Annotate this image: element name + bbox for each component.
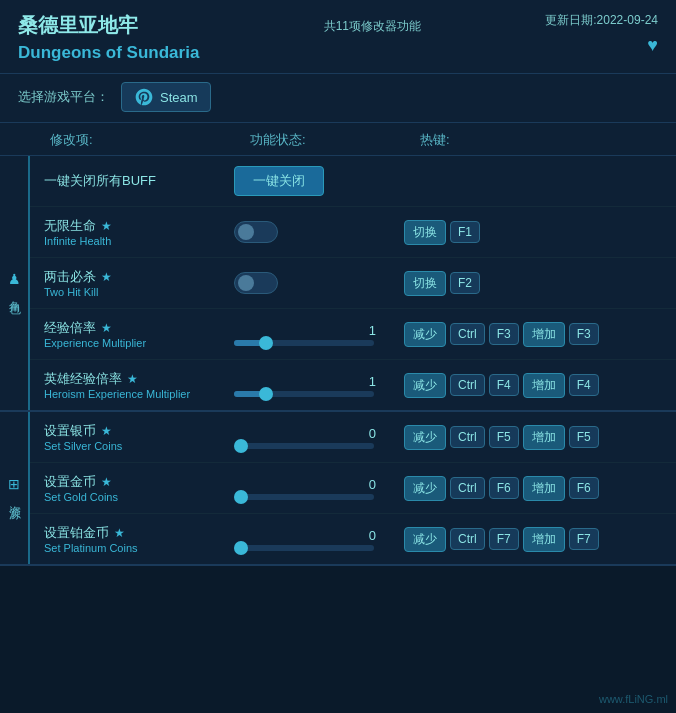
steam-logo-icon (134, 87, 154, 107)
hero-exp-fill (234, 391, 262, 397)
gold-coins-name-cn: 设置金币 ★ (44, 473, 234, 491)
silver-coins-row: 设置银币 ★ Set Silver Coins 0 减少 (30, 412, 676, 463)
silver-f5-key-2: F5 (569, 426, 599, 448)
platinum-coins-track[interactable] (234, 545, 374, 551)
platinum-coins-hotkeys: 减少 Ctrl F7 增加 F7 (404, 527, 662, 552)
silver-coins-slider: 0 (234, 426, 384, 449)
hero-exp-track[interactable] (234, 391, 374, 397)
silver-coins-hotkeys: 减少 Ctrl F5 增加 F5 (404, 425, 662, 450)
platinum-decrease-btn[interactable]: 减少 (404, 527, 446, 552)
hero-exp-control: 1 (234, 374, 404, 397)
exp-multiplier-thumb[interactable] (259, 336, 273, 350)
infinite-health-toggle[interactable] (234, 221, 278, 243)
exp-increase-btn[interactable]: 增加 (523, 322, 565, 347)
gold-increase-btn[interactable]: 增加 (523, 476, 565, 501)
buff-close-button[interactable]: 一键关闭 (234, 166, 324, 196)
gold-coins-thumb[interactable] (234, 490, 248, 504)
resource-content: 设置银币 ★ Set Silver Coins 0 减少 (30, 412, 676, 564)
platinum-coins-name-en: Set Platinum Coins (44, 542, 234, 554)
silver-f5-key-1: F5 (489, 426, 519, 448)
platinum-coins-star: ★ (114, 526, 125, 540)
infinite-health-toggle-btn[interactable]: 切换 (404, 220, 446, 245)
exp-multiplier-value: 1 (234, 323, 376, 338)
exp-multiplier-slider-row (234, 340, 384, 346)
silver-coins-value: 0 (234, 426, 376, 441)
gold-coins-hotkeys: 减少 Ctrl F6 增加 F6 (404, 476, 662, 501)
silver-coins-slider-row (234, 443, 384, 449)
hero-exp-name-en: Heroism Experience Multiplier (44, 388, 234, 400)
header-titles: 桑德里亚地牢 Dungeons of Sundaria (18, 12, 199, 63)
infinite-health-name: 无限生命 ★ Infinite Health (44, 217, 234, 247)
feature-count: 共11项修改器功能 (324, 18, 421, 35)
exp-multiplier-track[interactable] (234, 340, 374, 346)
col-header-hotkey: 热键: (420, 131, 658, 149)
gold-coins-slider-row (234, 494, 384, 500)
two-hit-kill-toggle-btn[interactable]: 切换 (404, 271, 446, 296)
platform-label: 选择游戏平台： (18, 88, 109, 106)
exp-decrease-btn[interactable]: 减少 (404, 322, 446, 347)
silver-decrease-btn[interactable]: 减少 (404, 425, 446, 450)
platinum-coins-row: 设置铂金币 ★ Set Platinum Coins 0 减少 (30, 514, 676, 564)
silver-increase-btn[interactable]: 增加 (523, 425, 565, 450)
hero-exp-increase-btn[interactable]: 增加 (523, 373, 565, 398)
platinum-increase-btn[interactable]: 增加 (523, 527, 565, 552)
two-hit-kill-toggle[interactable] (234, 272, 278, 294)
exp-multiplier-hotkeys: 减少 Ctrl F3 增加 F3 (404, 322, 662, 347)
two-hit-kill-control[interactable] (234, 272, 404, 294)
buff-mod-control: 一键关闭 (234, 166, 404, 196)
gold-f6-key-2: F6 (569, 477, 599, 499)
exp-multiplier-fill (234, 340, 262, 346)
exp-f3-key-1: F3 (489, 323, 519, 345)
buff-mod-name: 一键关闭所有BUFF (44, 172, 234, 190)
heart-icon[interactable]: ♥ (647, 35, 658, 56)
two-hit-kill-star: ★ (101, 270, 112, 284)
gold-coins-row: 设置金币 ★ Set Gold Coins 0 减少 (30, 463, 676, 514)
platinum-f7-key-1: F7 (489, 528, 519, 550)
resource-section: ⊞ 资源 设置银币 ★ Set Silver Coins 0 (0, 412, 676, 566)
hero-exp-slider-row (234, 391, 384, 397)
buff-mod-row: 一键关闭所有BUFF 一键关闭 (30, 156, 676, 207)
two-hit-kill-f2-key: F2 (450, 272, 480, 294)
hero-exp-name: 英雄经验倍率 ★ Heroism Experience Multiplier (44, 370, 234, 400)
two-hit-kill-hotkeys: 切换 F2 (404, 271, 662, 296)
role-content: 一键关闭所有BUFF 一键关闭 无限生命 ★ Infinite Health (30, 156, 676, 410)
two-hit-kill-name: 两击必杀 ★ Two Hit Kill (44, 268, 234, 298)
silver-coins-name: 设置银币 ★ Set Silver Coins (44, 422, 234, 452)
header: 桑德里亚地牢 Dungeons of Sundaria 共11项修改器功能 更新… (0, 0, 676, 74)
exp-f3-key-2: F3 (569, 323, 599, 345)
gold-coins-star: ★ (101, 475, 112, 489)
role-icon: ♟ (8, 271, 21, 287)
gold-coins-name: 设置金币 ★ Set Gold Coins (44, 473, 234, 503)
platform-row: 选择游戏平台： Steam (0, 74, 676, 123)
hero-exp-slider-container: 1 (234, 374, 384, 397)
silver-coins-track[interactable] (234, 443, 374, 449)
hero-exp-decrease-btn[interactable]: 减少 (404, 373, 446, 398)
exp-multiplier-name-cn: 经验倍率 ★ (44, 319, 234, 337)
exp-ctrl-key: Ctrl (450, 323, 485, 345)
role-label-text: 角色 (6, 291, 23, 295)
hero-exp-hotkeys: 减少 Ctrl F4 增加 F4 (404, 373, 662, 398)
exp-multiplier-name: 经验倍率 ★ Experience Multiplier (44, 319, 234, 349)
hero-exp-name-cn: 英雄经验倍率 ★ (44, 370, 234, 388)
hero-exp-ctrl-key: Ctrl (450, 374, 485, 396)
exp-multiplier-name-en: Experience Multiplier (44, 337, 234, 349)
platinum-coins-thumb[interactable] (234, 541, 248, 555)
hero-exp-thumb[interactable] (259, 387, 273, 401)
gold-coins-control: 0 (234, 477, 404, 500)
infinite-health-hotkeys: 切换 F1 (404, 220, 662, 245)
gold-coins-track[interactable] (234, 494, 374, 500)
steam-platform-button[interactable]: Steam (121, 82, 211, 112)
silver-coins-thumb[interactable] (234, 439, 248, 453)
hero-exp-row: 英雄经验倍率 ★ Heroism Experience Multiplier 1 (30, 360, 676, 410)
platinum-ctrl-key: Ctrl (450, 528, 485, 550)
silver-coins-star: ★ (101, 424, 112, 438)
gold-coins-slider: 0 (234, 477, 384, 500)
silver-coins-control: 0 (234, 426, 404, 449)
gold-decrease-btn[interactable]: 减少 (404, 476, 446, 501)
infinite-health-control[interactable] (234, 221, 404, 243)
hero-exp-f4-key-2: F4 (569, 374, 599, 396)
header-right: 更新日期:2022-09-24 ♥ (545, 12, 658, 56)
game-title-en: Dungeons of Sundaria (18, 43, 199, 63)
exp-multiplier-row: 经验倍率 ★ Experience Multiplier 1 (30, 309, 676, 360)
col-header-mod: 修改项: (50, 131, 250, 149)
